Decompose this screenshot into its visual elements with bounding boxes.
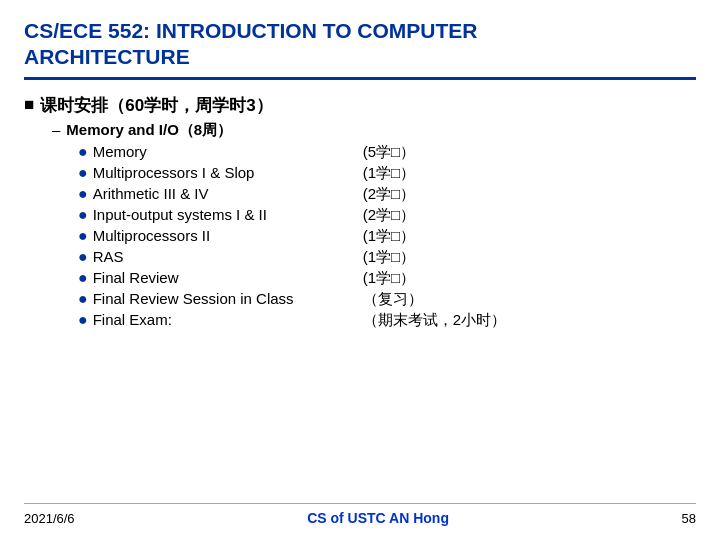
bullet-icon: ● [78,227,88,245]
list-item: ●RAS (1学□） [78,248,696,267]
list-item: ●Multiprocessors I & Slop(1学□） [78,164,696,183]
item-label: Final Review [93,269,353,288]
level2-dash-icon: – [52,121,60,138]
footer-center: CS of USTC AN Hong [307,510,449,526]
footer-page: 58 [682,511,696,526]
item-value: (1学□） [363,269,415,288]
list-item: ●Input-output systems I & II(2学□） [78,206,696,225]
title-line2: ARCHITECTURE [24,44,696,70]
list-item: ●Memory(5学□） [78,143,696,162]
footer: 2021/6/6 CS of USTC AN Hong 58 [24,503,696,526]
bullet-icon: ● [78,248,88,266]
item-label: Memory [93,143,353,162]
bullet-icon: ● [78,206,88,224]
bullet-icon: ● [78,143,88,161]
list-item: ●Final Review(1学□） [78,269,696,288]
list-item: ●Arithmetic III & IV(2学□） [78,185,696,204]
list-item: ●Final Exam:（期末考试，2小时） [78,311,696,330]
title-area: CS/ECE 552: INTRODUCTION TO COMPUTER ARC… [24,18,696,80]
level1-item: ■ 课时安排（60学时，周学时3） [24,94,696,117]
item-value: (1学□） [363,164,415,183]
bullet-icon: ● [78,185,88,203]
list-item: ●Multiprocessors II(1学□） [78,227,696,246]
item-value: (5学□） [363,143,415,162]
item-label: RAS [93,248,353,267]
level1-bullet-icon: ■ [24,95,34,115]
bullet-icon: ● [78,311,88,329]
footer-date: 2021/6/6 [24,511,75,526]
item-label: Multiprocessors II [93,227,353,246]
item-label: Arithmetic III & IV [93,185,353,204]
bullet-icon: ● [78,164,88,182]
level1-label: 课时安排（60学时，周学时3） [40,94,272,117]
item-value: (2学□） [363,206,415,225]
level2-item: – Memory and I/O（8周） [52,121,696,140]
item-value: (2学□） [363,185,415,204]
list-item: ●Final Review Session in Class（复习） [78,290,696,309]
bullet-icon: ● [78,290,88,308]
item-value: （期末考试，2小时） [363,311,506,330]
title-line1: CS/ECE 552: INTRODUCTION TO COMPUTER [24,18,696,44]
level3-list: ●Memory(5学□）●Multiprocessors I & Slop(1学… [78,143,696,330]
level2-label: Memory and I/O（8周） [66,121,232,140]
content-area: ■ 课时安排（60学时，周学时3） – Memory and I/O（8周） ●… [24,90,696,504]
item-value: (1学□） [363,227,415,246]
item-label: Final Exam: [93,311,353,330]
item-label: Multiprocessors I & Slop [93,164,353,183]
item-value: (1学□） [363,248,415,267]
item-value: （复习） [363,290,423,309]
item-label: Final Review Session in Class [93,290,353,309]
item-label: Input-output systems I & II [93,206,353,225]
slide: CS/ECE 552: INTRODUCTION TO COMPUTER ARC… [0,0,720,540]
bullet-icon: ● [78,269,88,287]
